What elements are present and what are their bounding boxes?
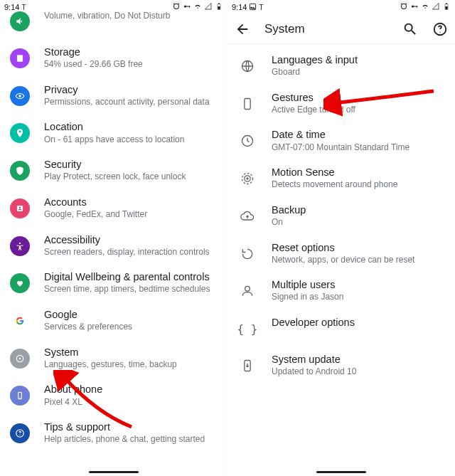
svg-rect-27 — [245, 98, 250, 109]
google-icon — [10, 311, 30, 331]
gesture-home-bar[interactable] — [316, 471, 366, 473]
google-sub: Services & preferences — [44, 322, 218, 333]
system-item-developer-options[interactable]: { } Developer options — [228, 310, 455, 347]
location-icon — [10, 123, 30, 143]
alarm-icon — [400, 2, 408, 12]
motion-sense-icon — [236, 167, 259, 190]
accessibility-icon — [10, 236, 30, 256]
datetime-title: Date & time — [272, 128, 445, 141]
accounts-sub: Google, FedEx, and Twitter — [44, 209, 218, 221]
backup-sub: On — [272, 217, 445, 228]
settings-item-google[interactable]: Google Services & preferences — [0, 302, 228, 339]
user-icon — [236, 280, 259, 302]
about-phone-title: About phone — [44, 383, 218, 396]
settings-item-system[interactable]: System Languages, gestures, time, backup — [0, 339, 228, 377]
privacy-title: Privacy — [44, 83, 218, 96]
system-item-gestures[interactable]: Gestures Active Edge turned off — [228, 85, 455, 122]
privacy-sub: Permissions, account activity, personal … — [44, 97, 218, 108]
settings-item-security[interactable]: Security Play Protect, screen lock, face… — [0, 152, 228, 189]
security-sub: Play Protect, screen lock, face unlock — [44, 171, 218, 183]
reset-icon — [236, 243, 259, 265]
update-sub: Updated to Android 10 — [272, 366, 445, 378]
svg-point-18 — [412, 6, 414, 8]
topbar: System — [228, 14, 455, 44]
system-item-system-update[interactable]: System update Updated to Android 10 — [228, 347, 455, 384]
storage-icon — [10, 48, 30, 68]
key-icon — [410, 2, 419, 12]
backup-title: Backup — [272, 203, 445, 216]
sound-sub: Volume, vibration, Do Not Disturb — [44, 11, 218, 22]
braces-icon: { } — [236, 317, 259, 340]
system-item-multiple-users[interactable]: Multiple users Signed in as Jason — [228, 272, 455, 310]
location-sub: On - 61 apps have access to location — [44, 134, 218, 146]
globe-icon — [236, 55, 259, 78]
image-icon — [249, 3, 257, 12]
svg-rect-4 — [218, 6, 220, 9]
reset-sub: Network, apps, or device can be reset — [272, 255, 445, 266]
system-item-datetime[interactable]: Date & time GMT-07:00 Mountain Standard … — [228, 122, 455, 159]
help-button[interactable] — [432, 21, 448, 37]
settings-main-screen: 9:14 T — [0, 0, 228, 476]
settings-item-storage[interactable]: Storage 54% used - 29.66 GB free — [0, 39, 228, 77]
wellbeing-sub: Screen time, app timers, bedtime schedul… — [44, 284, 218, 295]
svg-point-32 — [245, 287, 250, 292]
settings-item-accounts[interactable]: Accounts Google, FedEx, and Twitter — [0, 189, 228, 227]
settings-item-sound[interactable]: Volume, vibration, Do Not Disturb — [0, 9, 228, 39]
system-update-icon — [236, 354, 259, 377]
accessibility-title: Accessibility — [44, 233, 218, 246]
privacy-icon — [10, 86, 30, 106]
icon-col — [9, 10, 31, 33]
devopts-title: Developer options — [272, 316, 445, 329]
svg-point-25 — [439, 31, 440, 32]
system-item-motion-sense[interactable]: Motion Sense Detects movement around pho… — [228, 159, 455, 197]
about-phone-sub: Pixel 4 XL — [44, 397, 218, 408]
settings-item-wellbeing[interactable]: Digital Wellbeing & parental controls Sc… — [0, 264, 228, 302]
page-title: System — [264, 22, 305, 36]
system-item-languages[interactable]: Languages & input Gboard — [228, 47, 455, 85]
settings-item-about-phone[interactable]: About phone Pixel 4 XL — [0, 376, 228, 414]
reset-title: Reset options — [272, 241, 445, 254]
users-sub: Signed in as Jason — [272, 292, 445, 303]
signal-icon — [432, 2, 440, 12]
cloud-upload-icon — [236, 205, 259, 228]
settings-list: Volume, vibration, Do Not Disturb Storag… — [0, 14, 228, 452]
system-title: System — [44, 346, 218, 359]
security-icon — [10, 161, 30, 181]
system-settings-screen: 9:14 T System — [228, 0, 455, 476]
back-button[interactable] — [235, 21, 250, 37]
system-item-backup[interactable]: Backup On — [228, 197, 455, 235]
gestures-title: Gestures — [272, 91, 445, 104]
search-button[interactable] — [402, 21, 418, 37]
wellbeing-icon — [10, 273, 30, 293]
svg-point-29 — [246, 177, 248, 179]
svg-point-7 — [18, 95, 21, 97]
motion-sub: Detects movement around phone — [272, 179, 445, 191]
gesture-home-bar[interactable] — [89, 471, 139, 473]
accounts-icon — [10, 199, 30, 218]
svg-rect-20 — [417, 6, 417, 8]
svg-rect-6 — [17, 55, 23, 61]
settings-item-privacy[interactable]: Privacy Permissions, account activity, p… — [0, 77, 228, 115]
svg-rect-23 — [446, 4, 447, 4]
text-col: Volume, vibration, Do Not Disturb — [44, 9, 218, 22]
accounts-title: Accounts — [44, 196, 218, 208]
wifi-icon — [421, 2, 429, 12]
settings-item-accessibility[interactable]: Accessibility Screen readers, display, i… — [0, 227, 228, 265]
system-icon — [10, 349, 30, 369]
system-item-reset[interactable]: Reset options Network, apps, or device c… — [228, 235, 455, 273]
tips-icon — [10, 423, 30, 443]
about-phone-icon — [10, 386, 30, 406]
svg-point-12 — [19, 358, 21, 359]
gestures-sub: Active Edge turned off — [272, 105, 445, 116]
status-time: 9:14 — [232, 3, 247, 11]
svg-point-10 — [19, 242, 21, 243]
tips-title: Tips & support — [44, 421, 218, 433]
gestures-icon — [236, 92, 259, 115]
svg-point-0 — [184, 6, 186, 8]
sound-icon — [10, 11, 30, 31]
update-title: System update — [272, 353, 445, 366]
battery-icon — [442, 2, 451, 12]
storage-sub: 54% used - 29.66 GB free — [44, 59, 218, 70]
settings-item-tips[interactable]: Tips & support Help articles, phone & ch… — [0, 414, 228, 452]
settings-item-location[interactable]: Location On - 61 apps have access to loc… — [0, 114, 228, 152]
